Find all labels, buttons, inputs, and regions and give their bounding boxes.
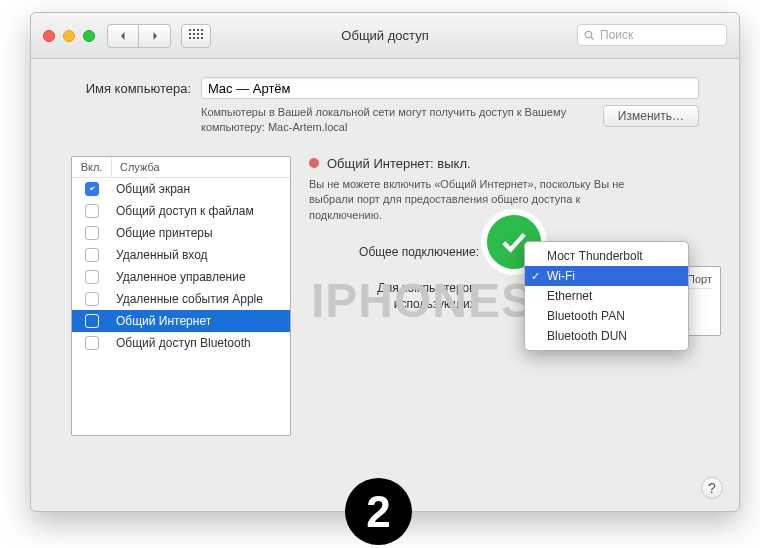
service-checkbox[interactable] [85,336,99,350]
services-list: Вкл. Служба Общий экранОбщий доступ к фа… [71,156,291,436]
dropdown-item-label: Bluetooth PAN [547,309,625,323]
service-checkbox[interactable] [85,314,99,328]
help-button[interactable]: ? [701,477,723,499]
col-service: Служба [112,157,290,177]
search-icon [584,30,595,41]
computer-name-label: Имя компьютера: [71,81,191,96]
service-row[interactable]: Удаленные события Apple [72,288,290,310]
service-checkbox[interactable] [85,248,99,262]
nav-segments [107,24,171,48]
service-checkbox[interactable] [85,270,99,284]
maximize-button[interactable] [83,30,95,42]
back-button[interactable] [107,24,139,48]
service-row[interactable]: Удаленное управление [72,266,290,288]
services-header: Вкл. Служба [72,157,290,178]
minimize-button[interactable] [63,30,75,42]
dropdown-item-label: Ethernet [547,289,592,303]
service-checkbox[interactable] [85,182,99,196]
grid-icon [189,29,203,43]
computer-name-input[interactable] [201,77,699,99]
service-name: Удаленные события Apple [112,292,290,306]
dropdown-item[interactable]: Мост Thunderbolt [525,246,688,266]
service-row[interactable]: Общие принтеры [72,222,290,244]
status-indicator-off [309,158,319,168]
service-row[interactable]: Общий доступ к файлам [72,200,290,222]
sharing-preferences-window: Общий доступ Поиск Имя компьютера: Компь… [30,12,740,512]
edit-button[interactable]: Изменить… [603,105,699,127]
service-row[interactable]: Общий экран [72,178,290,200]
service-checkbox[interactable] [85,204,99,218]
close-button[interactable] [43,30,55,42]
dropdown-item[interactable]: Bluetooth PAN [525,306,688,326]
service-checkbox[interactable] [85,226,99,240]
chevron-right-icon [150,31,160,41]
service-row[interactable]: Удаленный вход [72,244,290,266]
service-name: Удаленный вход [112,248,290,262]
col-enabled: Вкл. [72,157,112,177]
service-name: Удаленное управление [112,270,290,284]
traffic-lights [43,30,95,42]
show-all-button[interactable] [181,24,211,48]
service-row[interactable]: Общий Интернет [72,310,290,332]
search-placeholder: Поиск [600,28,633,42]
dropdown-item[interactable]: Ethernet [525,286,688,306]
dropdown-item-label: Wi-Fi [547,269,575,283]
connection-label: Общее подключение: [309,245,479,259]
titlebar: Общий доступ Поиск [31,13,739,59]
service-name: Общий Интернет [112,314,290,328]
dropdown-item-label: Bluetooth DUN [547,329,627,343]
computer-name-section: Имя компьютера: Компьютеры в Вашей локал… [31,59,739,148]
service-name: Общий экран [112,182,290,196]
check-icon: ✓ [531,270,540,283]
step-number-badge: 2 [345,478,412,545]
dropdown-item-label: Мост Thunderbolt [547,249,643,263]
service-row[interactable]: Общий доступ Bluetooth [72,332,290,354]
ports-label: Для компьютеров, использующих: [309,281,479,312]
dropdown-item[interactable]: ✓Wi-Fi [525,266,688,286]
computer-name-hint: Компьютеры в Вашей локальной сети могут … [201,105,591,136]
chevron-left-icon [118,31,128,41]
service-name: Общий доступ Bluetooth [112,336,290,350]
connection-dropdown-menu: Мост Thunderbolt✓Wi-FiEthernetBluetooth … [524,241,689,351]
status-title: Общий Интернет: выкл. [327,156,471,171]
service-name: Общие принтеры [112,226,290,240]
service-checkbox[interactable] [85,292,99,306]
search-input[interactable]: Поиск [577,24,727,46]
service-name: Общий доступ к файлам [112,204,290,218]
status-description: Вы не можете включить «Общий Интернет», … [309,177,649,223]
forward-button[interactable] [139,24,171,48]
dropdown-item[interactable]: Bluetooth DUN [525,326,688,346]
